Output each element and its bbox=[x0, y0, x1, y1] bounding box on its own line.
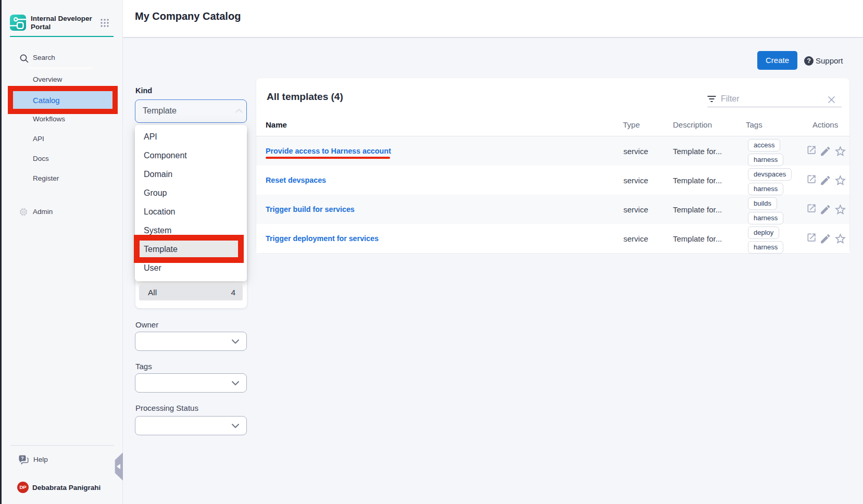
svg-text:?: ? bbox=[21, 455, 24, 461]
